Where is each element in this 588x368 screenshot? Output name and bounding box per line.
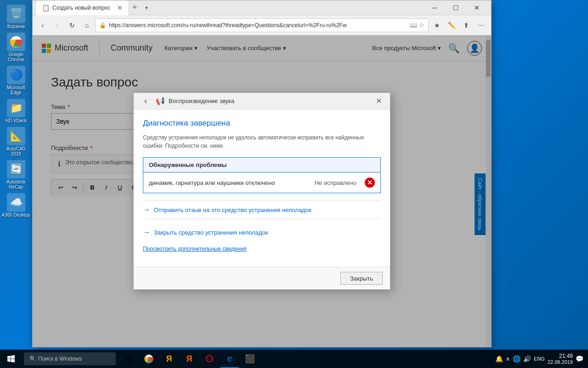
tab-close-button[interactable]: ✕ [117, 4, 123, 12]
desktop-icon-recycle[interactable]: 🗑️ Корзина [1, 5, 31, 29]
taskbar-opera[interactable]: O [200, 350, 219, 368]
more-button[interactable]: ⋯ [475, 19, 487, 32]
tab-menu-button[interactable]: ▾ [141, 2, 152, 13]
share-button[interactable]: ⬆ [460, 19, 473, 32]
desktop-icon-hdvdeck[interactable]: 📁 HD VDeck [1, 99, 31, 123]
dialog-description: Средству устранения неполадок не удалось… [143, 133, 381, 150]
desktop-icon-chrome[interactable]: Google Chrome [1, 33, 31, 62]
taskbar-notification-icons[interactable]: 🔔 [495, 355, 503, 362]
taskbar-yandex-browser[interactable]: Я [180, 350, 198, 368]
ssl-icon: 🔒 [99, 22, 106, 29]
problem-row-1: динамик, гарнитура или наушники отключен… [143, 172, 380, 193]
autocad-icon: 📐 [7, 127, 25, 145]
address-bar-icons: 📖 ☆ [410, 22, 424, 29]
dialog-overlay: ‹ 📢 Воспроизведение звука ✕ Диагностика … [33, 35, 491, 347]
dialog-title-text: Воспроизведение звука [169, 98, 234, 104]
browser-tab-active[interactable]: 📋 Создать новый вопрос ✕ [36, 0, 128, 15]
desktop-icon-a360[interactable]: ☁️ A360 Desktop [1, 193, 31, 218]
dialog-titlebar: ‹ 📢 Воспроизведение звука ✕ [134, 93, 390, 109]
dialog-back-button[interactable]: ‹ [139, 95, 152, 108]
address-text: https://answers.microsoft.com/ru-ru/newt… [109, 22, 407, 29]
troubleshooter-dialog: ‹ 📢 Воспроизведение звука ✕ Диагностика … [133, 92, 390, 290]
favorites-toolbar-button[interactable]: ★ [430, 19, 443, 32]
taskbar-icons: ⊞ Я Я O e ⬛ [119, 350, 259, 368]
windows-logo-icon [7, 355, 15, 362]
refresh-button[interactable]: ↻ [66, 19, 79, 32]
home-button[interactable]: ⌂ [80, 19, 93, 32]
close-troubleshooter-link[interactable]: → Закрыть средство устранения неполадок [143, 224, 381, 240]
reading-mode-icon[interactable]: 📖 [410, 22, 417, 29]
dialog-footer: Закрыть [134, 267, 390, 289]
taskbar-app-active[interactable]: ⬛ [241, 350, 259, 368]
taskbar: 🔍 Поиск в Windows ⊞ Я Я O e ⬛ 🔔 ∧ [0, 350, 588, 368]
problems-box: Обнаруженные проблемы динамик, гарнитура… [143, 157, 381, 193]
edge-icon: 🔵 [7, 66, 25, 84]
close-link-arrow: → [143, 228, 150, 236]
taskbar-yandex[interactable]: Я [160, 350, 178, 368]
dialog-body: Диагностика завершена Средству устранени… [134, 109, 390, 267]
minimize-button[interactable]: ─ [424, 0, 445, 15]
chrome-icon [7, 33, 25, 51]
reading-list-button[interactable]: ✏️ [445, 19, 458, 32]
problems-header: Обнаруженные проблемы [143, 158, 380, 172]
taskbar-task-view[interactable]: ⊞ [119, 350, 138, 368]
desktop: 🗑️ Корзина Google Chrome 🔵 Microsoft Edg… [0, 0, 588, 368]
taskbar-network-icon[interactable]: 🌐 [513, 355, 520, 362]
taskbar-sound-icon[interactable]: 🔊 [523, 355, 531, 362]
feedback-link-arrow: → [143, 206, 150, 214]
browser-content: Microsoft Community Категории ▾ Участвов… [33, 35, 491, 347]
taskbar-clock[interactable]: 21:49 22.08.2019 [548, 353, 573, 365]
taskbar-right-area: 🔔 ∧ 🌐 🔊 ENG 21:49 22.08.2019 💬 [495, 353, 588, 365]
dialog-close-button[interactable]: Закрыть [340, 272, 383, 285]
desktop-icon-edge[interactable]: 🔵 Microsoft Edge [1, 66, 31, 95]
additional-details-link[interactable]: Просмотреть дополнительные сведения [143, 246, 381, 252]
browser-toolbar: ‹ › ↻ ⌂ 🔒 https://answers.microsoft.com/… [33, 15, 491, 35]
favorites-icon[interactable]: ☆ [419, 22, 424, 29]
problem-error-icon: ✕ [365, 178, 375, 188]
search-icon: 🔍 [29, 356, 36, 362]
titlebar-controls: ─ ☐ ✕ [424, 0, 487, 15]
browser-titlebar: 📋 Создать новый вопрос ✕ + ▾ ─ ☐ ✕ [33, 0, 491, 15]
desktop-icons-area: 🗑️ Корзина Google Chrome 🔵 Microsoft Edg… [0, 0, 32, 345]
a360-icon: ☁️ [7, 193, 25, 212]
taskbar-chrome[interactable] [140, 350, 158, 368]
close-button[interactable]: ✕ [466, 0, 487, 15]
taskbar-edge[interactable]: e [220, 350, 239, 368]
problem-status-1: Не исправлено [315, 179, 356, 186]
browser-window: 📋 Создать новый вопрос ✕ + ▾ ─ ☐ ✕ ‹ › ↻… [32, 0, 492, 347]
recap-icon: 🔄 [7, 160, 25, 178]
new-tab-button[interactable]: + [128, 1, 141, 14]
taskbar-show-hidden[interactable]: ∧ [506, 356, 510, 362]
taskbar-lang[interactable]: ENG [534, 356, 545, 362]
problem-text-1: динамик, гарнитура или наушники отключен… [149, 179, 310, 186]
desktop-icon-recap[interactable]: 🔄 Autodesk ReCap [1, 160, 31, 190]
forward-button[interactable]: › [51, 19, 64, 32]
tab-label: Создать новый вопрос [52, 5, 114, 11]
back-button[interactable]: ‹ [36, 19, 49, 32]
start-button[interactable] [0, 350, 22, 368]
address-bar[interactable]: 🔒 https://answers.microsoft.com/ru-ru/ne… [95, 18, 429, 32]
hdvdeck-icon: 📁 [7, 99, 25, 117]
taskbar-notification-center[interactable]: 💬 [576, 355, 583, 362]
dialog-title-icon: 📢 [156, 97, 165, 105]
maximize-button[interactable]: ☐ [445, 0, 466, 15]
tab-favicon: 📋 [42, 4, 50, 12]
recycle-icon: 🗑️ [7, 5, 25, 23]
dialog-heading: Диагностика завершена [143, 119, 381, 128]
dialog-close-x-button[interactable]: ✕ [373, 95, 384, 107]
desktop-icon-autocad[interactable]: 📐 AutoCAD 2018 [1, 127, 31, 156]
feedback-link[interactable]: → Отправить отзыв на это средство устран… [143, 201, 381, 219]
taskbar-search[interactable]: 🔍 Поиск в Windows [24, 352, 116, 365]
